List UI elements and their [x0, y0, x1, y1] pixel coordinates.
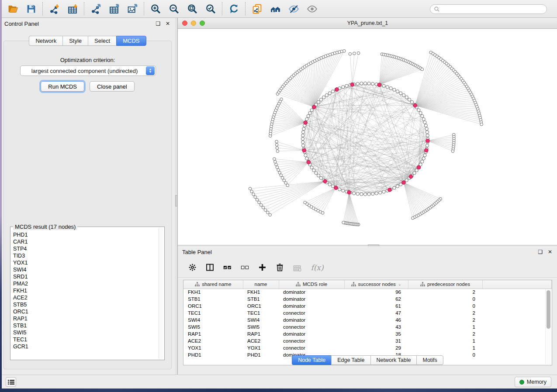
close-panel-button[interactable]: Close panel — [90, 81, 135, 92]
cell-mcds_role[interactable]: dominator — [279, 303, 344, 309]
table-row[interactable]: SWI4SWI4dominator462 — [183, 316, 552, 323]
import-network-button[interactable] — [45, 1, 63, 16]
result-node-item[interactable]: STB1 — [13, 322, 158, 329]
cell-name[interactable]: ACE2 — [243, 337, 279, 344]
search-input[interactable] — [440, 6, 543, 12]
tab-network[interactable]: Network — [29, 36, 62, 46]
cell-predecessor_nodes[interactable]: 2 — [408, 330, 482, 337]
column-header-successor-nodes[interactable]: successor nodes⌄ — [344, 280, 408, 289]
cell-name[interactable]: SWI5 — [243, 323, 279, 330]
cell-shared_name[interactable]: ACE2 — [183, 337, 243, 344]
cell-name[interactable]: ORC1 — [243, 303, 279, 309]
cell-mcds_role[interactable]: connector — [279, 323, 344, 330]
cell-successor_nodes[interactable]: 35 — [344, 330, 408, 337]
result-node-item[interactable]: STP4 — [13, 245, 158, 252]
table-scrollbar[interactable] — [545, 289, 551, 364]
result-node-item[interactable]: PMA2 — [13, 280, 158, 287]
result-node-item[interactable]: RAP1 — [13, 315, 158, 322]
tab-style[interactable]: Style — [62, 36, 88, 46]
table-row[interactable]: SWI5SWI5connector431 — [183, 323, 552, 330]
cell-shared_name[interactable]: TEC1 — [183, 309, 243, 316]
tab-mcds[interactable]: MCDS — [116, 36, 146, 46]
tab-node-table[interactable]: Node Table — [292, 355, 331, 365]
cell-predecessor_nodes[interactable]: 1 — [408, 344, 482, 351]
result-node-item[interactable]: YOX1 — [13, 259, 158, 266]
result-node-item[interactable]: CAR1 — [13, 238, 158, 245]
result-node-item[interactable]: ACE2 — [13, 294, 158, 301]
cell-successor_nodes[interactable]: 31 — [344, 337, 408, 344]
result-node-item[interactable]: SWI4 — [13, 266, 158, 273]
cell-name[interactable]: YOX1 — [243, 344, 279, 351]
ndex-button[interactable] — [266, 1, 284, 16]
save-session-button[interactable] — [22, 1, 40, 16]
cell-mcds_role[interactable]: connector — [279, 337, 344, 344]
hide-graphics-button[interactable] — [284, 1, 303, 16]
cell-predecessor_nodes[interactable]: 0 — [408, 296, 482, 303]
table-row[interactable]: FKH1FKH1dominator962 — [183, 289, 552, 296]
network-window-titlebar[interactable]: YPA_prune.txt_1 — [178, 18, 557, 29]
clone-network-button[interactable] — [248, 1, 266, 16]
run-mcds-button[interactable]: Run MCDS — [41, 81, 84, 92]
cell-predecessor_nodes[interactable]: 0 — [408, 303, 482, 309]
result-node-item[interactable]: STB5 — [13, 301, 158, 308]
column-header-predecessor-nodes[interactable]: predecessor nodes — [408, 280, 482, 289]
show-columns-button[interactable] — [203, 261, 216, 274]
zoom-fit-button[interactable] — [183, 1, 201, 16]
network-view-canvas[interactable] — [178, 29, 557, 245]
cell-successor_nodes[interactable]: 62 — [344, 296, 408, 303]
cell-mcds_role[interactable]: dominator — [279, 316, 344, 323]
float-panel-icon[interactable]: ❑ — [537, 249, 543, 255]
float-panel-icon[interactable]: ❑ — [155, 21, 161, 27]
memory-button[interactable]: Memory — [515, 377, 551, 387]
cell-mcds_role[interactable]: connector — [279, 344, 344, 351]
cell-shared_name[interactable]: FKH1 — [183, 289, 243, 296]
column-header-name[interactable]: name — [243, 280, 279, 289]
show-graphics-button[interactable] — [303, 1, 321, 16]
zoom-out-button[interactable] — [165, 1, 183, 16]
cell-mcds_role[interactable]: connector — [279, 309, 344, 316]
column-header-shared-name[interactable]: shared name — [183, 280, 243, 289]
cell-predecessor_nodes[interactable]: 1 — [408, 337, 482, 344]
cell-name[interactable]: FKH1 — [243, 289, 279, 296]
close-panel-icon[interactable]: ✕ — [165, 21, 171, 27]
tab-select[interactable]: Select — [88, 36, 116, 46]
cell-shared_name[interactable]: SWI5 — [183, 323, 243, 330]
result-scrollbar[interactable] — [159, 228, 163, 359]
tab-motifs[interactable]: Motifs — [416, 355, 443, 365]
tab-edge-table[interactable]: Edge Table — [331, 355, 370, 365]
cell-successor_nodes[interactable]: 43 — [344, 323, 408, 330]
table-row[interactable]: TEC1TEC1connector472 — [183, 309, 552, 316]
cell-shared_name[interactable]: RAP1 — [183, 330, 243, 337]
refresh-view-button[interactable] — [225, 1, 243, 16]
cell-name[interactable]: TEC1 — [243, 309, 279, 316]
result-node-item[interactable]: TID3 — [13, 252, 158, 259]
tab-network-table[interactable]: Network Table — [370, 355, 417, 365]
cell-shared_name[interactable]: ORC1 — [183, 303, 243, 309]
result-node-item[interactable]: SWI5 — [13, 329, 158, 336]
minimize-window-icon[interactable] — [191, 21, 196, 26]
open-file-button[interactable] — [3, 1, 22, 16]
cell-name[interactable]: RAP1 — [243, 330, 279, 337]
table-row[interactable]: ACE2ACE2connector311 — [183, 337, 552, 344]
cell-mcds_role[interactable]: dominator — [279, 289, 344, 296]
scrollbar-thumb[interactable] — [547, 290, 550, 329]
cell-shared_name[interactable]: STB1 — [183, 296, 243, 303]
cell-predecessor_nodes[interactable]: 2 — [408, 316, 482, 323]
cell-successor_nodes[interactable]: 46 — [344, 316, 408, 323]
result-node-item[interactable]: GCR1 — [13, 343, 158, 350]
search-field[interactable] — [430, 4, 547, 14]
result-node-item[interactable]: PHD1 — [13, 231, 158, 238]
cell-predecessor_nodes[interactable]: 2 — [408, 289, 482, 296]
cell-successor_nodes[interactable]: 29 — [344, 344, 408, 351]
result-node-item[interactable]: SRD1 — [13, 273, 158, 280]
cell-mcds_role[interactable]: dominator — [279, 330, 344, 337]
table-row[interactable]: RAP1RAP1dominator352 — [183, 330, 552, 337]
import-table-button[interactable] — [63, 1, 82, 16]
cell-successor_nodes[interactable]: 96 — [344, 289, 408, 296]
cell-successor_nodes[interactable]: 61 — [344, 303, 408, 309]
add-row-button[interactable] — [256, 261, 269, 274]
cell-shared_name[interactable]: SWI4 — [183, 316, 243, 323]
export-image-button[interactable] — [123, 1, 142, 16]
delete-rows-button[interactable] — [273, 261, 286, 274]
cell-predecessor_nodes[interactable]: 2 — [408, 309, 482, 316]
